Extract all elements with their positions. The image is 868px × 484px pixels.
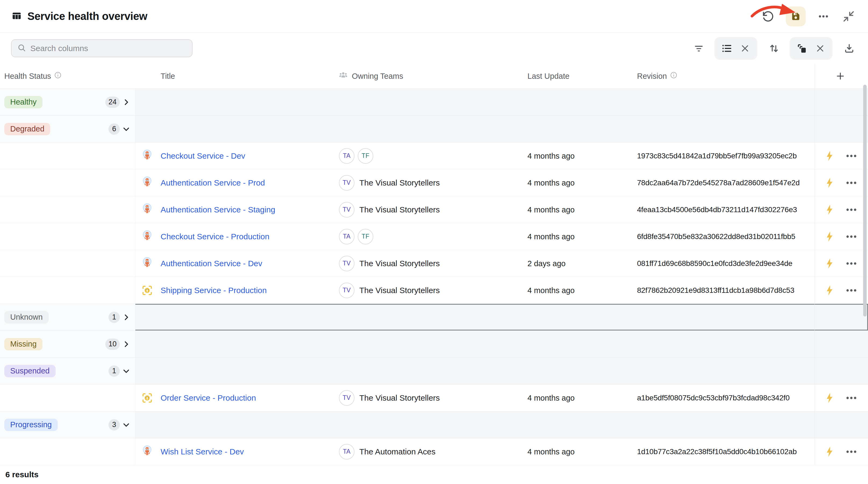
service-title-link[interactable]: Checkout Service - Production [161, 232, 269, 241]
lightning-action-icon[interactable] [825, 258, 834, 269]
group-row[interactable]: Unknown 1 [0, 304, 868, 331]
info-icon[interactable] [54, 72, 62, 81]
group-row[interactable]: Degraded 6 [0, 116, 868, 143]
service-title-link[interactable]: Authentication Service - Staging [161, 205, 275, 214]
service-title-link[interactable]: Wish List Service - Dev [161, 447, 244, 456]
team-avatar[interactable]: TA [339, 148, 354, 164]
column-header-revision[interactable]: Revision [637, 72, 677, 81]
team-avatar[interactable]: TA [339, 444, 354, 459]
lightning-action-icon[interactable] [825, 150, 834, 162]
group-row[interactable]: Healthy 24 [0, 89, 868, 116]
octopus-service-icon [141, 445, 153, 458]
collapse-button[interactable] [841, 9, 856, 24]
info-icon[interactable] [670, 72, 677, 81]
chevron-icon[interactable] [122, 313, 130, 321]
row-more-icon[interactable] [844, 177, 859, 188]
row-more-icon[interactable] [844, 285, 859, 296]
octopus-service-icon [141, 176, 153, 189]
group-by-button[interactable] [796, 42, 808, 54]
group-row[interactable]: Progressing 3 [0, 411, 868, 438]
sort-icon [769, 43, 779, 54]
team-icon [338, 70, 349, 83]
bot-service-icon [141, 284, 153, 297]
row-more-icon[interactable] [844, 150, 859, 161]
lightning-action-icon[interactable] [825, 285, 834, 296]
chevron-icon[interactable] [122, 125, 130, 133]
save-icon [790, 11, 801, 22]
group-row[interactable]: Suspended 1 [0, 358, 868, 385]
team-avatar[interactable]: TF [358, 229, 373, 245]
undo-button[interactable] [761, 9, 776, 24]
list-view-button[interactable] [721, 42, 733, 54]
service-title-link[interactable]: Authentication Service - Dev [161, 259, 262, 268]
team-avatar[interactable]: TV [339, 256, 354, 271]
team-avatar[interactable]: TV [339, 202, 354, 218]
octopus-service-icon [141, 230, 153, 243]
group-count-badge: 1 [108, 312, 120, 323]
service-title-link[interactable]: Shipping Service - Production [161, 286, 267, 295]
lightning-action-icon[interactable] [825, 392, 834, 404]
status-badge: Unknown [4, 311, 49, 323]
filter-icon [694, 43, 704, 54]
lightning-action-icon[interactable] [825, 177, 834, 189]
more-options-button[interactable] [816, 9, 831, 24]
column-header-last-update[interactable]: Last Update [527, 72, 569, 81]
service-title-link[interactable]: Order Service - Production [161, 393, 256, 402]
status-badge: Suspended [4, 365, 56, 377]
revision-hash: 6fd8fe35470b5e832a30622dd8ed31b02011fbb5 [637, 232, 795, 241]
row-more-icon[interactable] [844, 231, 859, 242]
last-update-value: 4 months ago [527, 205, 575, 214]
collapse-icon [842, 10, 855, 23]
team-avatar[interactable]: TV [339, 390, 354, 406]
add-column-button[interactable] [836, 72, 845, 81]
status-badge: Degraded [4, 123, 50, 135]
download-button[interactable] [843, 42, 855, 54]
filter-button[interactable] [693, 42, 705, 54]
clear-list-view-button[interactable] [739, 42, 751, 54]
row-more-icon[interactable] [844, 446, 859, 457]
lightning-action-icon[interactable] [825, 446, 834, 457]
row-more-icon[interactable] [844, 258, 859, 269]
table-row: Authentication Service - Staging TVThe V… [0, 196, 868, 223]
group-row[interactable]: Missing 10 [0, 331, 868, 358]
column-label: Title [161, 72, 175, 81]
team-avatar[interactable]: TV [339, 175, 354, 191]
results-footer: 6 results [0, 465, 868, 484]
chevron-icon[interactable] [122, 340, 130, 348]
search-box[interactable] [11, 39, 192, 57]
group-by-icon [797, 43, 807, 54]
chevron-icon[interactable] [122, 98, 130, 107]
column-header-health-status[interactable]: Health Status [4, 72, 62, 81]
service-title-link[interactable]: Authentication Service - Prod [161, 178, 265, 188]
search-input[interactable] [30, 44, 186, 53]
team-avatar[interactable]: TA [339, 229, 354, 245]
column-label: Last Update [527, 72, 569, 81]
column-header-title[interactable]: Title [161, 72, 175, 81]
sort-button[interactable] [768, 42, 780, 54]
status-badge: Missing [4, 338, 42, 350]
chevron-icon[interactable] [122, 421, 130, 429]
clear-group-by-button[interactable] [814, 42, 826, 54]
lightning-action-icon[interactable] [825, 204, 834, 216]
team-avatar[interactable]: TV [339, 283, 354, 298]
revision-hash: 1973c83c5d41842a1d79bb5ef7fb99a93205ec2b [637, 152, 797, 160]
team-name: The Visual Storytellers [359, 393, 440, 402]
vertical-scrollbar[interactable] [863, 85, 867, 316]
octopus-service-icon [141, 257, 153, 270]
ellipsis-icon [817, 10, 829, 22]
row-more-icon[interactable] [844, 204, 859, 215]
service-title-link[interactable]: Checkout Service - Dev [161, 151, 245, 161]
list-view-icon [721, 43, 732, 54]
column-label: Owning Teams [352, 72, 403, 81]
chevron-icon[interactable] [122, 367, 130, 375]
team-avatar[interactable]: TF [358, 148, 373, 164]
save-button[interactable] [786, 6, 806, 26]
table-row: Authentication Service - Prod TVThe Visu… [0, 169, 868, 196]
status-badge: Progressing [4, 419, 58, 431]
octopus-service-icon [141, 149, 153, 163]
last-update-value: 4 months ago [527, 178, 575, 187]
close-icon [740, 44, 750, 53]
row-more-icon[interactable] [844, 393, 859, 403]
lightning-action-icon[interactable] [825, 231, 834, 242]
column-header-owning-teams[interactable]: Owning Teams [338, 70, 403, 83]
